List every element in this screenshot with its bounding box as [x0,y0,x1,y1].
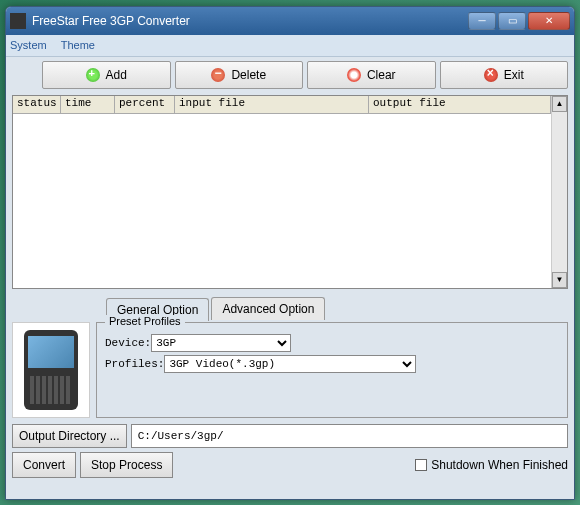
delete-icon [211,68,225,82]
bottom-row: Convert Stop Process Shutdown When Finis… [12,452,568,478]
window-title: FreeStar Free 3GP Converter [32,14,468,28]
menubar: System Theme [6,35,574,57]
add-icon [86,68,100,82]
menu-system[interactable]: System [10,39,47,51]
clear-icon [347,68,361,82]
close-button[interactable]: ✕ [528,12,570,30]
options-panel: Preset Profiles Device: 3GP Profiles: 3G… [12,320,568,418]
window-controls: ─ ▭ ✕ [468,12,570,30]
menu-theme[interactable]: Theme [61,39,95,51]
app-icon [10,13,26,29]
output-directory-field[interactable] [131,424,568,448]
exit-icon [484,68,498,82]
maximize-button[interactable]: ▭ [498,12,526,30]
phone-icon [24,330,78,410]
file-table: status time percent input file output fi… [12,95,568,289]
exit-label: Exit [504,68,524,82]
preset-profiles-group: Preset Profiles Device: 3GP Profiles: 3G… [96,322,568,418]
scroll-up-icon[interactable]: ▲ [552,96,567,112]
delete-label: Delete [231,68,266,82]
col-time[interactable]: time [61,96,115,113]
shutdown-checkbox[interactable] [415,459,427,471]
add-button[interactable]: Add [42,61,171,89]
minimize-button[interactable]: ─ [468,12,496,30]
device-label: Device: [105,337,151,349]
profiles-select[interactable]: 3GP Video(*.3gp) [164,355,416,373]
col-output-file[interactable]: output file [369,96,551,113]
convert-button[interactable]: Convert [12,452,76,478]
exit-button[interactable]: Exit [440,61,569,89]
tab-advanced[interactable]: Advanced Option [211,297,325,320]
output-directory-button[interactable]: Output Directory ... [12,424,127,448]
toolbar: Add Delete Clear Exit [6,57,574,93]
scroll-down-icon[interactable]: ▼ [552,272,567,288]
preset-legend: Preset Profiles [105,315,185,327]
clear-button[interactable]: Clear [307,61,436,89]
table-body[interactable]: status time percent input file output fi… [13,96,551,288]
profiles-label: Profiles: [105,358,164,370]
stop-process-button[interactable]: Stop Process [80,452,173,478]
shutdown-checkbox-wrap[interactable]: Shutdown When Finished [415,458,568,472]
clear-label: Clear [367,68,396,82]
add-label: Add [106,68,127,82]
titlebar: FreeStar Free 3GP Converter ─ ▭ ✕ [6,7,574,35]
output-row: Output Directory ... [12,424,568,448]
col-input-file[interactable]: input file [175,96,369,113]
table-header: status time percent input file output fi… [13,96,551,114]
device-preview [12,322,90,418]
vertical-scrollbar[interactable]: ▲ ▼ [551,96,567,288]
device-select[interactable]: 3GP [151,334,291,352]
app-window: FreeStar Free 3GP Converter ─ ▭ ✕ System… [5,6,575,500]
delete-button[interactable]: Delete [175,61,304,89]
shutdown-label: Shutdown When Finished [431,458,568,472]
col-status[interactable]: status [13,96,61,113]
col-percent[interactable]: percent [115,96,175,113]
